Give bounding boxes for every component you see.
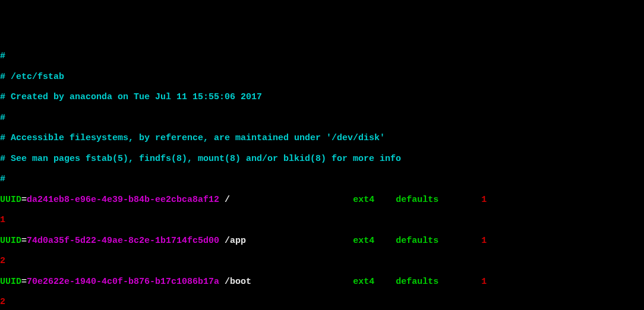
comment-line: # See man pages fstab(5), findfs(8), mou… [0, 154, 644, 164]
comment-line: # [0, 51, 644, 61]
fstab-entry: UUID=70e2622e-1940-4c0f-b876-b17c1086b17… [0, 277, 644, 287]
fstab-pass: 1 [0, 215, 644, 225]
terminal-editor[interactable]: # # /etc/fstab # Created by anaconda on … [0, 41, 644, 310]
fstab-entry: UUID=da241eb8-e96e-4e39-b84b-ee2cbca8af1… [0, 195, 644, 205]
comment-line: # Accessible filesystems, by reference, … [0, 133, 644, 143]
fstab-pass: 2 [0, 256, 644, 266]
comment-line: # [0, 174, 644, 184]
fstab-entry: UUID=74d0a35f-5d22-49ae-8c2e-1b1714fc5d0… [0, 236, 644, 246]
comment-line: # /etc/fstab [0, 72, 644, 82]
comment-line: # Created by anaconda on Tue Jul 11 15:5… [0, 92, 644, 102]
comment-line: # [0, 113, 644, 123]
fstab-pass: 2 [0, 297, 644, 307]
